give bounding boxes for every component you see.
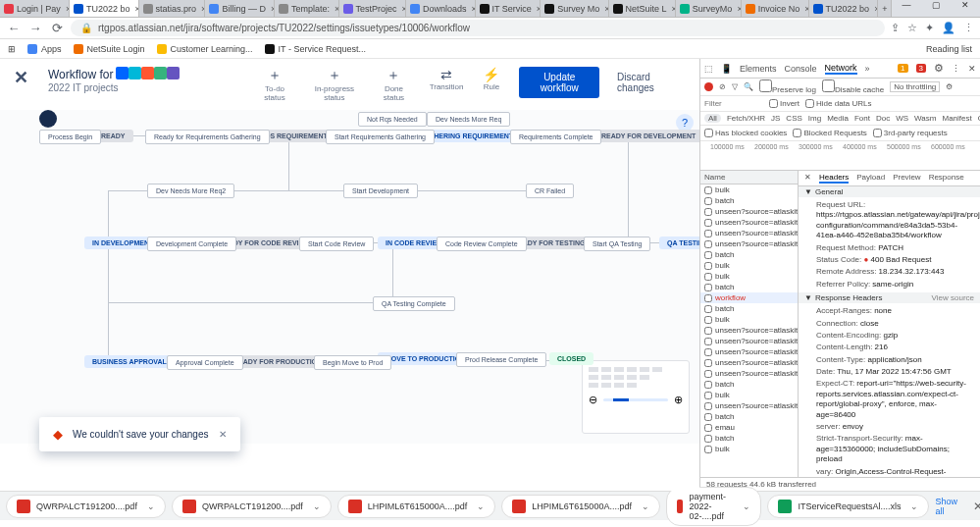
reading-list[interactable]: Reading list — [926, 44, 972, 54]
download-chip[interactable]: LHPIML6T615000A....pdf⌄ — [337, 495, 496, 518]
section-response-headers[interactable]: ▼Response HeadersView source — [799, 292, 980, 303]
third-party-checkbox[interactable]: 3rd-party requests — [873, 129, 948, 137]
record-button[interactable] — [704, 82, 713, 91]
disable-cache-checkbox[interactable]: Disable cache — [822, 79, 884, 94]
network-settings-gear-icon[interactable]: ⚙ — [946, 82, 953, 91]
detail-close-icon[interactable]: ✕ — [804, 173, 811, 184]
update-workflow-button[interactable]: Update workflow — [519, 67, 599, 98]
request-row[interactable]: unseen?source=atlaskitNotifi — [700, 206, 798, 217]
type-filter[interactable]: Media — [827, 114, 849, 123]
zoom-out-icon[interactable]: ⊖ — [589, 394, 597, 406]
extensions-icon[interactable]: ✦ — [925, 22, 934, 34]
transition-node[interactable]: Dev Needs More Req — [427, 112, 510, 127]
forward-button[interactable]: → — [27, 21, 43, 35]
apps-icon[interactable]: ⊞ — [8, 44, 16, 54]
status-qa-test[interactable]: QA TESTING — [659, 237, 699, 249]
more-tabs-icon[interactable]: » — [865, 64, 870, 74]
detail-tab-payload[interactable]: Payload — [856, 173, 885, 184]
toolbar-action[interactable]: ＋Done status — [378, 67, 409, 102]
profile-icon[interactable]: 👤 — [942, 22, 955, 34]
browser-tab[interactable]: TU2022 bo× — [70, 0, 139, 17]
search-icon[interactable]: 🔍 — [744, 82, 753, 91]
close-editor-button[interactable]: ✕ — [14, 67, 28, 88]
device-icon[interactable]: 📱 — [721, 64, 732, 74]
discard-changes-button[interactable]: Discard changes — [609, 67, 686, 98]
request-row[interactable]: unseen?source=atlaskitNotifi — [700, 357, 798, 368]
transition-node[interactable]: Start Development — [343, 184, 418, 198]
request-row[interactable]: bulk — [700, 271, 798, 282]
request-row[interactable]: unseen?source=atlaskitNotifi — [700, 238, 798, 249]
transition-node[interactable]: Start QA Testing — [584, 237, 650, 251]
type-filter[interactable]: Fetch/XHR — [727, 114, 765, 123]
detail-tab-response[interactable]: Response — [929, 173, 964, 184]
transition-node[interactable]: Start Requirements Gathering — [326, 130, 435, 144]
request-row[interactable]: bulk — [700, 260, 798, 271]
request-row[interactable]: unseen?source=atlaskitNotifi — [700, 325, 798, 336]
download-chip[interactable]: LHPIML6T615000A....pdf⌄ — [501, 495, 660, 518]
new-tab-button[interactable]: + — [878, 0, 892, 17]
toolbar-action[interactable]: ＋To-do status — [258, 67, 290, 102]
download-chip[interactable]: QWRPALCT191200....pdf⌄ — [172, 495, 332, 518]
browser-tab[interactable]: TU2022 bo× — [809, 0, 879, 17]
back-button[interactable]: ← — [6, 21, 22, 35]
request-row[interactable]: batch — [700, 303, 798, 314]
tab-network[interactable]: Network — [825, 63, 857, 75]
close-window-button[interactable]: ✕ — [951, 0, 980, 17]
toolbar-action[interactable]: ＋In-progress status — [311, 67, 359, 102]
hide-data-urls-checkbox[interactable]: Hide data URLs — [805, 99, 871, 108]
status-closed[interactable]: CLOSED — [549, 352, 593, 365]
menu-icon[interactable]: ⋮ — [963, 22, 974, 34]
browser-tab[interactable]: TestProjec× — [339, 0, 406, 17]
request-row[interactable]: unseen?source=atlaskitNotifi — [700, 336, 798, 346]
tab-elements[interactable]: Elements — [740, 64, 777, 74]
throttling-select[interactable]: No throttling — [890, 81, 940, 92]
browser-tab[interactable]: Invoice No× — [742, 0, 809, 17]
devtools-menu-icon[interactable]: ⋮ — [952, 64, 960, 74]
detail-tab-headers[interactable]: Headers — [819, 173, 849, 184]
transition-node[interactable]: Approval Complete — [167, 355, 243, 370]
zoom-slider[interactable] — [603, 398, 668, 401]
request-row[interactable]: batch — [700, 249, 798, 260]
browser-tab[interactable]: SurveyMo× — [676, 0, 742, 17]
tab-console[interactable]: Console — [785, 64, 817, 74]
settings-icon[interactable]: ⚙ — [934, 62, 944, 75]
detail-tab-preview[interactable]: Preview — [893, 173, 920, 184]
clear-button[interactable]: ⊘ — [719, 82, 726, 91]
toolbar-action[interactable]: ⇄Transition — [430, 67, 464, 102]
type-filter[interactable]: Manifest — [942, 114, 971, 123]
preserve-log-checkbox[interactable]: Preserve log — [759, 79, 816, 94]
minimap[interactable]: ⊖ ⊕ — [582, 360, 690, 434]
request-row[interactable]: unseen?source=atlaskitNotifi — [700, 346, 798, 357]
request-row[interactable]: emau — [700, 422, 798, 433]
toolbar-action[interactable]: ⚡Rule — [483, 67, 499, 102]
download-chip[interactable]: payment-2022-02-....pdf⌄ — [666, 487, 762, 526]
browser-tab[interactable]: Survey Mo× — [541, 0, 608, 17]
type-filter[interactable]: JS — [771, 114, 780, 123]
transition-node[interactable]: Start Code Review — [299, 237, 374, 251]
request-row[interactable]: batch — [700, 282, 798, 292]
blocked-cookies-checkbox[interactable]: Has blocked cookies — [704, 129, 787, 137]
bookmark-icon[interactable]: ☆ — [907, 22, 917, 34]
browser-tab[interactable]: Login | Pay× — [0, 0, 70, 17]
transition-node[interactable]: Not Rqs Needed — [358, 112, 427, 127]
downloads-close-button[interactable]: ✕ — [973, 500, 980, 513]
show-all-downloads[interactable]: Show all — [935, 497, 957, 516]
type-filter[interactable]: WS — [896, 114, 908, 123]
inspect-icon[interactable]: ⬚ — [704, 64, 713, 74]
status-biz-appr[interactable]: BUSINESS APPROVAL — [84, 355, 175, 368]
transition-node[interactable]: Code Review Complete — [437, 237, 527, 251]
bookmark-item[interactable]: NetSuite Login — [74, 44, 145, 54]
browser-tab[interactable]: Downloads× — [406, 0, 476, 17]
transition-node[interactable]: Development Complete — [147, 237, 236, 251]
request-row[interactable]: unseen?source=atlaskitNotifi — [700, 228, 798, 238]
request-row[interactable]: unseen?source=atlaskitNotifi — [700, 217, 798, 228]
transition-node[interactable]: Dev Needs More Req2 — [147, 184, 234, 198]
request-row[interactable]: batch — [700, 433, 798, 444]
transition-node[interactable]: Begin Move to Prod — [314, 355, 391, 370]
share-icon[interactable]: ⇪ — [891, 22, 900, 34]
bookmark-item[interactable]: IT - Service Request... — [265, 44, 366, 54]
toast-close-button[interactable]: ✕ — [219, 429, 227, 440]
type-filter[interactable]: Img — [808, 114, 821, 123]
download-chip[interactable]: QWRPALCT191200....pdf⌄ — [6, 495, 166, 518]
bookmark-item[interactable]: Customer Learning... — [157, 44, 253, 54]
